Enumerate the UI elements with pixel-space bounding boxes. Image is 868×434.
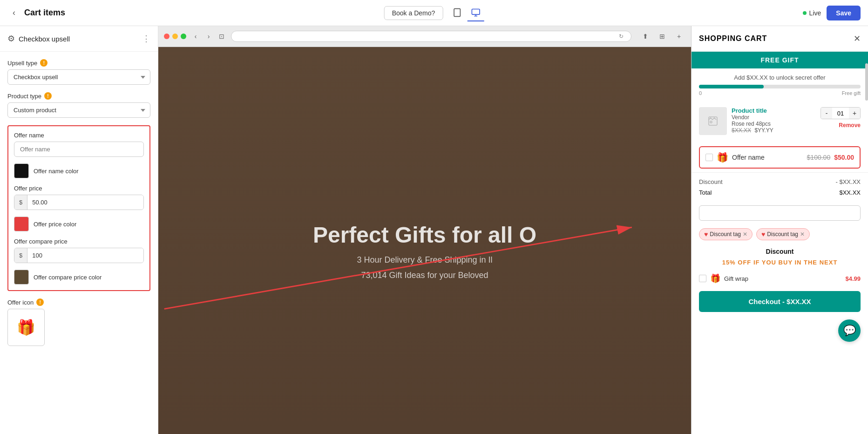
tag-label-1: Discount tag — [710, 231, 741, 237]
offer-icon-selector[interactable]: 🎁 — [7, 309, 45, 346]
traffic-light-yellow[interactable] — [172, 34, 178, 39]
coupon-select[interactable] — [699, 205, 861, 221]
gift-wrap-checkbox[interactable] — [699, 275, 706, 282]
qty-value: 01 — [834, 110, 847, 117]
add-tab-icon[interactable]: ⊞ — [656, 30, 669, 43]
offer-row: 🎁 Offer name $100.00 $50.00 — [700, 147, 860, 168]
upsell-type-group: Upsell type ! Checkbox upsell — [7, 59, 150, 85]
sidebar-nav-button[interactable]: ⊡ — [216, 31, 227, 42]
upsell-type-select[interactable]: Checkbox upsell — [7, 69, 150, 85]
live-dot — [803, 11, 807, 15]
book-demo-button[interactable]: Book a Demo? — [384, 6, 443, 20]
back-button[interactable]: ‹ — [7, 7, 20, 20]
panel-section-header: ⚙ Checkbox upsell ⋮ — [0, 26, 158, 52]
offer-name-color-label: Offer name color — [34, 168, 79, 175]
offer-checkbox[interactable] — [705, 154, 713, 161]
offer-price-input-row: $ — [14, 195, 144, 210]
header-center: Book a Demo? — [384, 5, 484, 21]
cart-item-vendor: Vendor — [732, 114, 816, 121]
header-right: Live Save — [803, 6, 861, 20]
offer-name-color-swatch[interactable] — [14, 163, 29, 178]
coupon-row — [692, 202, 868, 224]
tag-close-2[interactable]: ✕ — [800, 231, 805, 237]
live-label: Live — [809, 9, 821, 17]
offer-price-color-swatch[interactable] — [14, 217, 29, 231]
cart-header: SHOPPING CART ✕ — [692, 26, 868, 52]
offer-price-display: $50.00 — [834, 154, 854, 161]
browser-chrome: ‹ › ⊡ ↻ ⬆ ⊞ + — [158, 26, 691, 47]
offer-name-display: Offer name — [732, 154, 803, 161]
dots-menu-icon[interactable]: ⋮ — [142, 34, 150, 44]
gift-wrap-row: 🎁 Gift wrap $4.99 — [692, 270, 868, 287]
forward-nav-button[interactable]: › — [203, 31, 214, 42]
offer-name-label: Offer name — [14, 132, 144, 139]
cart-totals: Discount - $XX.XX Total $XX.XX — [692, 172, 868, 202]
discount-label: Discount — [699, 178, 723, 185]
discount-tags: ♥ Discount tag ✕ ♥ Discount tag ✕ — [692, 224, 868, 244]
remove-button[interactable]: Remove — [839, 122, 861, 129]
tablet-icon[interactable] — [448, 5, 465, 21]
offer-name-input[interactable] — [14, 142, 144, 157]
checkout-button[interactable]: Checkout - $XX.XX — [699, 291, 861, 312]
section-title: Checkbox upsell — [19, 35, 142, 43]
offer-compare-price-display: $100.00 — [807, 154, 831, 161]
device-toggle — [448, 5, 484, 21]
traffic-lights — [164, 34, 186, 39]
tag-close-1[interactable]: ✕ — [743, 231, 747, 237]
offer-price-input[interactable] — [27, 195, 143, 210]
live-indicator: Live — [803, 9, 821, 17]
share-icon[interactable]: ⬆ — [639, 30, 652, 43]
discount-section: Discount 15% OFF IF YOU BUY IN THE NEXT — [692, 244, 868, 270]
tag-label-2: Discount tag — [767, 231, 798, 237]
offer-icon-label: Offer icon ! — [7, 298, 150, 306]
traffic-light-green[interactable] — [181, 34, 186, 39]
cart-items-section: Product title Vendor Rose red 48pcs $XX.… — [692, 102, 868, 146]
offer-compare-label: Offer compare price — [14, 238, 144, 245]
offer-settings-section: Offer name Offer name color Offer price … — [7, 125, 150, 291]
offer-price-color-row: Offer price color — [14, 217, 144, 231]
offer-compare-input-row: $ — [14, 248, 144, 263]
offer-compare-color-swatch[interactable] — [14, 270, 29, 285]
progress-start: 0 — [699, 90, 702, 96]
discount-row: Discount - $XX.XX — [699, 176, 861, 187]
qty-increase-button[interactable]: + — [849, 108, 860, 119]
offer-price-label: Offer price — [14, 185, 144, 192]
site-background: Perfect Gifts for all O 3 Hour Delivery … — [158, 47, 691, 434]
gift-wrap-price: $4.99 — [845, 275, 861, 282]
offer-icon-group: Offer icon ! 🎁 — [7, 298, 150, 346]
browser-preview-container: ‹ › ⊡ ↻ ⬆ ⊞ + Perfect Gifts for all O 3 … — [158, 26, 691, 434]
qty-decrease-button[interactable]: - — [821, 108, 832, 119]
svg-rect-2 — [472, 9, 480, 14]
svg-point-8 — [710, 121, 712, 123]
chat-bubble[interactable]: 💬 — [838, 319, 861, 342]
new-tab-icon[interactable]: + — [672, 30, 685, 43]
offer-row-container: 🎁 Offer name $100.00 $50.00 — [699, 146, 861, 169]
unlock-text: Add $XX.XX to unlock secret offer — [699, 74, 861, 81]
offer-compare-color-row: Offer compare price color — [14, 270, 144, 285]
offer-compare-input[interactable] — [27, 248, 143, 263]
offer-price-group: Offer price $ — [14, 185, 144, 210]
offer-name-color-row: Offer name color — [14, 163, 144, 178]
cart-close-button[interactable]: ✕ — [854, 34, 861, 44]
url-bar[interactable]: ↻ — [231, 31, 631, 42]
desktop-icon[interactable] — [467, 5, 484, 21]
total-value: $XX.XX — [839, 189, 861, 196]
top-header: ‹ Cart items Book a Demo? Live Save — [0, 0, 868, 26]
back-nav-button[interactable]: ‹ — [190, 31, 201, 42]
site-headline: Perfect Gifts for all O — [313, 222, 536, 248]
unlock-section: Add $XX.XX to unlock secret offer 0 Free… — [692, 68, 868, 102]
page-title: Cart items — [24, 8, 65, 18]
progress-labels: 0 Free gift — [699, 90, 861, 96]
save-button[interactable]: Save — [827, 6, 861, 20]
upsell-type-label: Upsell type ! — [7, 59, 150, 67]
cart-item-original-price: $XX.XX — [732, 127, 751, 134]
discount-tag-1: ♥ Discount tag ✕ — [699, 228, 753, 240]
product-type-select[interactable]: Custom product — [7, 102, 150, 118]
offer-name-group: Offer name — [14, 132, 144, 157]
traffic-light-red[interactable] — [164, 34, 170, 39]
refresh-icon[interactable]: ↻ — [619, 33, 624, 40]
cart-item-controls: - 01 + Remove — [821, 107, 861, 129]
gift-wrap-label: Gift wrap — [724, 275, 841, 282]
discount-tag-2: ♥ Discount tag ✕ — [756, 228, 810, 240]
nav-buttons: ‹ › ⊡ — [190, 31, 227, 42]
